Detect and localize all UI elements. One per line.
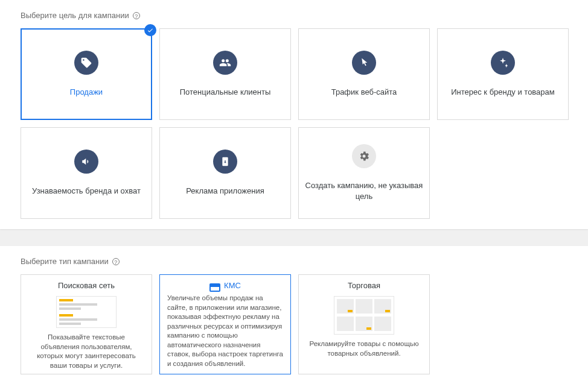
goal-grid: Продажи Потенциальные клиенты Трафик веб… — [21, 28, 567, 219]
type-grid: Поисковая сеть Показывайте текстовые объ… — [21, 274, 567, 374]
type-section-title: Выберите тип кампании ? — [21, 257, 567, 266]
goal-label: Интерес к бренду и товарам — [451, 87, 555, 98]
goal-card-app[interactable]: Реклама приложения — [159, 127, 291, 219]
goal-label: Трафик веб-сайта — [331, 87, 397, 98]
display-icon — [209, 283, 220, 292]
sparkle-icon — [491, 51, 515, 75]
goal-label: Продажи — [70, 87, 103, 98]
goal-section-title: Выберите цель для кампании ? — [21, 11, 567, 20]
check-icon — [144, 24, 156, 36]
tag-icon — [74, 51, 98, 75]
type-card-shopping[interactable]: Торговая Рекламируйте товары с помощью т… — [298, 274, 430, 374]
people-icon — [213, 51, 237, 75]
cursor-icon — [352, 51, 376, 75]
shopping-thumb — [334, 296, 394, 335]
goal-panel: Выберите цель для кампании ? Продажи Пот… — [0, 0, 588, 229]
megaphone-icon — [74, 150, 98, 174]
goal-card-sales[interactable]: Продажи — [21, 28, 152, 120]
goal-label: Создать кампанию, не указывая цель — [305, 180, 423, 201]
type-panel: Выберите тип кампании ? Поисковая сеть П… — [0, 246, 588, 375]
goal-card-no-goal[interactable]: Создать кампанию, не указывая цель — [298, 127, 430, 219]
search-thumb — [56, 296, 117, 328]
type-desc: Рекламируйте товары с помощью товарных о… — [306, 339, 422, 358]
help-icon[interactable]: ? — [112, 258, 120, 265]
goal-label: Узнаваемость бренда и охват — [32, 186, 141, 197]
goal-label: Потенциальные клиенты — [180, 87, 271, 98]
type-card-display[interactable]: КМС Увеличьте объемы продаж на сайте, в … — [159, 274, 291, 374]
help-icon[interactable]: ? — [133, 12, 140, 19]
goal-card-traffic[interactable]: Трафик веб-сайта — [298, 28, 430, 120]
type-title: КМС — [224, 281, 241, 290]
goal-card-brand-interest[interactable]: Интерес к бренду и товарам — [437, 28, 569, 120]
type-desc: Показывайте текстовые объявления пользов… — [28, 333, 144, 370]
type-desc: Увеличьте объемы продаж на сайте, в прил… — [167, 294, 283, 368]
goal-card-brand-awareness[interactable]: Узнаваемость бренда и охват — [21, 127, 152, 219]
goal-title-text: Выберите цель для кампании — [21, 11, 129, 20]
gear-icon — [352, 144, 376, 168]
goal-card-leads[interactable]: Потенциальные клиенты — [159, 28, 291, 120]
type-card-search[interactable]: Поисковая сеть Показывайте текстовые объ… — [21, 274, 152, 374]
goal-label: Реклама приложения — [186, 186, 264, 197]
phone-download-icon — [213, 150, 237, 174]
type-title: Поисковая сеть — [58, 281, 115, 290]
type-title: Торговая — [348, 281, 380, 290]
type-title-text: Выберите тип кампании — [21, 257, 109, 266]
